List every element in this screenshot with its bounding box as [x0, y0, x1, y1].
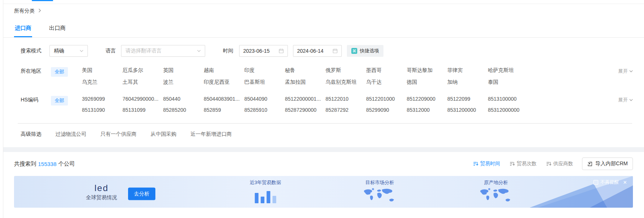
hs-code-list: 39269099 76042990000... 850440 850440839…	[82, 96, 618, 113]
region-all-tag[interactable]: 全部	[51, 67, 68, 77]
region-item[interactable]: 秘鲁	[285, 67, 326, 74]
hs-code-item[interactable]: 8512209000	[407, 96, 447, 102]
results-count-number: 155338	[38, 161, 56, 167]
date-end-input[interactable]	[293, 45, 342, 57]
import-crm-label: 导入内部CRM	[595, 160, 628, 167]
analyze-button[interactable]: 去分析	[128, 187, 155, 200]
hs-code-item[interactable]: 85122099	[447, 96, 488, 102]
hs-code-item[interactable]: 85312000000	[488, 107, 528, 113]
region-item[interactable]: 波兰	[163, 79, 204, 86]
hs-code-item[interactable]: 85285200	[163, 107, 204, 113]
search-mode-value: 精确	[54, 48, 64, 54]
new-importers-option[interactable]: 近一年新增进口商	[190, 131, 232, 138]
date-start-value[interactable]	[243, 48, 275, 54]
region-item[interactable]: 加纳	[447, 79, 488, 86]
time-label: 时间	[223, 48, 233, 54]
chevron-down-icon	[629, 98, 633, 102]
region-item[interactable]: 菲律宾	[447, 67, 488, 74]
buy-from-china-option[interactable]: 从中国采购	[151, 131, 176, 138]
date-start-input[interactable]	[239, 45, 288, 57]
search-mode-select[interactable]: 精确	[49, 45, 88, 57]
sort-trade-count-label: 贸易次数	[517, 160, 537, 167]
banner-card-trade-title: 近3年贸易数据	[249, 179, 281, 186]
region-item[interactable]: 墨西哥	[366, 67, 407, 74]
hs-code-item[interactable]: 85122010	[326, 96, 366, 102]
sort-trade-time-label: 贸易时间	[480, 160, 500, 167]
breadcrumb-label[interactable]: 所有分类	[14, 8, 35, 14]
hs-code-item[interactable]: 85299090	[366, 107, 407, 113]
region-item[interactable]: 越南	[204, 67, 244, 74]
region-item[interactable]: 印度	[244, 67, 285, 74]
dismiss-control: 不再提醒 ✕	[593, 179, 627, 186]
hs-code-item[interactable]: 85287290000	[285, 107, 326, 113]
sort-supplier-count[interactable]: 供应商数	[546, 160, 573, 167]
banner-card-origin[interactable]: 原产地分析	[478, 179, 514, 204]
region-item[interactable]: 孟加拉国	[285, 79, 326, 86]
search-options-row: 搜索模式 精确 语言 请选择翻译语言 时间	[21, 45, 644, 57]
dont-remind-checkbox[interactable]	[593, 180, 598, 185]
tab-importers[interactable]: 进口商	[14, 19, 32, 37]
sort-trade-count[interactable]: 贸易次数	[510, 160, 537, 167]
hs-code-item[interactable]: 85287292	[326, 107, 366, 113]
single-supplier-option[interactable]: 只有一个供应商	[100, 131, 137, 138]
banner-card-target-market[interactable]: 目标市场分析	[362, 179, 397, 204]
filter-logistics-option[interactable]: 过滤物流公司	[55, 131, 86, 138]
region-item[interactable]: 巴基斯坦	[244, 79, 285, 86]
region-item[interactable]: 德国	[407, 79, 447, 86]
top-nav-active-indicator	[32, 0, 53, 1]
region-item[interactable]: 美国	[82, 67, 123, 74]
hs-code-item[interactable]: 852859	[204, 107, 244, 113]
results-count-suffix: 个公司	[58, 160, 75, 167]
hs-code-item[interactable]: 85044090	[244, 96, 285, 102]
region-item[interactable]: 乌克兰	[82, 79, 123, 86]
hs-code-item[interactable]: 85312000	[407, 107, 447, 113]
sort-trade-time[interactable]: 贸易时间	[473, 160, 500, 167]
date-end-value[interactable]	[297, 48, 329, 54]
search-mode-label: 搜索模式	[21, 48, 41, 54]
banner-card-trade-data[interactable]: 近3年贸易数据	[249, 179, 281, 203]
hs-code-item[interactable]: 8512201000	[366, 96, 407, 102]
hs-code-item[interactable]: 85131099	[123, 107, 163, 113]
region-item[interactable]: 土耳其	[123, 79, 163, 86]
bar	[272, 196, 276, 203]
region-item[interactable]: 泰国	[488, 79, 528, 86]
hs-code-item[interactable]: 8531200000	[447, 107, 488, 113]
region-item[interactable]: 哈萨克斯坦	[488, 67, 528, 74]
region-item[interactable]: 乌兹别克斯坦	[326, 79, 366, 86]
breadcrumb[interactable]: 所有分类	[3, 4, 644, 18]
hs-code-item[interactable]: 85044083901...	[204, 96, 244, 102]
hs-code-item[interactable]: 39269099	[82, 96, 123, 102]
region-expand-link[interactable]: 展开	[618, 67, 633, 75]
hs-code-expand-link[interactable]: 展开	[618, 96, 633, 103]
quick-options-button[interactable]: ⌘ 快捷选项	[347, 45, 383, 57]
hs-code-all-tag[interactable]: 全部	[51, 96, 68, 105]
hs-code-item[interactable]: 8513100000	[488, 96, 528, 102]
language-label: 语言	[106, 48, 116, 54]
hs-code-item[interactable]: 85285910	[244, 107, 285, 113]
analysis-banner: led 全球贸易情况 去分析 近3年贸易数据 目标市场分析	[14, 176, 633, 208]
hs-code-label: HS编码	[21, 96, 51, 103]
region-item[interactable]: 俄罗斯	[326, 67, 366, 74]
advanced-filter-label: 高级筛选	[21, 131, 41, 138]
language-select[interactable]: 请选择翻译语言	[121, 45, 205, 57]
close-icon[interactable]: ✕	[623, 180, 627, 185]
hs-code-item[interactable]: 85131090	[82, 107, 123, 113]
region-item[interactable]: 哥斯达黎加	[407, 67, 447, 74]
region-label: 所在地区	[21, 67, 51, 75]
region-item[interactable]: 乌干达	[366, 79, 407, 86]
hs-code-item[interactable]: 850440	[163, 96, 204, 102]
tab-exporters[interactable]: 出口商	[48, 19, 66, 37]
sort-controls: 贸易时间 贸易次数 供应商数	[473, 160, 573, 167]
region-item[interactable]: 印度尼西亚	[204, 79, 244, 86]
region-item[interactable]: 英国	[163, 67, 204, 74]
banner-card-origin-title: 原产地分析	[484, 179, 508, 186]
import-crm-button[interactable]: 导入内部CRM	[582, 158, 633, 170]
import-icon	[587, 161, 593, 167]
hs-code-item[interactable]: 76042990000...	[123, 96, 163, 102]
region-expand-label: 展开	[618, 68, 628, 75]
region-item[interactable]: 厄瓜多尔	[123, 67, 163, 74]
hs-code-expand-label: 展开	[618, 97, 628, 103]
hs-code-item[interactable]: 85122000001...	[285, 96, 326, 102]
language-placeholder: 请选择翻译语言	[125, 48, 162, 54]
sort-supplier-count-label: 供应商数	[553, 160, 573, 167]
